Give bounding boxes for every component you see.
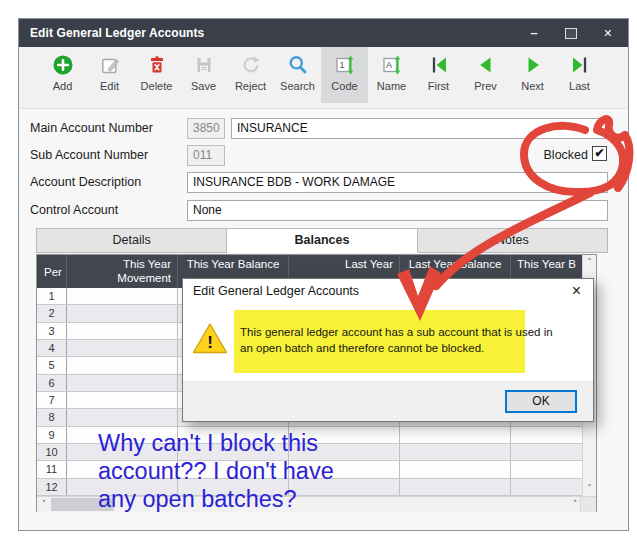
toolbar-label: Reject <box>227 80 274 92</box>
toolbar-label: Save <box>180 80 227 92</box>
scroll-up-icon[interactable]: ˄ <box>583 255 596 270</box>
cell-last-year-balance[interactable] <box>400 461 511 477</box>
row-number-cell: 3 <box>37 323 67 339</box>
cell-this-year-b[interactable] <box>511 479 582 495</box>
last-button[interactable]: Last <box>556 47 603 103</box>
dialog-footer: OK <box>183 381 593 421</box>
cell-this-year-movement[interactable] <box>67 479 178 495</box>
row-number-cell: 10 <box>37 444 67 460</box>
row-number-cell: 6 <box>37 375 67 391</box>
prev-button[interactable]: Prev <box>462 47 509 103</box>
close-button[interactable]: × <box>604 26 612 40</box>
table-row[interactable]: 10 <box>37 444 582 461</box>
cell-this-year-movement[interactable] <box>67 392 178 408</box>
cell-this-year-movement[interactable] <box>67 288 178 304</box>
cell-this-year-movement[interactable] <box>67 375 178 391</box>
cell-last-year[interactable] <box>289 444 400 460</box>
control-account-field[interactable]: None <box>187 200 608 221</box>
cell-last-year[interactable] <box>289 427 400 443</box>
delete-icon <box>145 53 169 77</box>
ok-button[interactable]: OK <box>505 390 577 413</box>
blocked-checkbox[interactable]: ✔ <box>592 146 607 161</box>
app-window: Edit General Ledger Accounts – × Add <box>18 18 629 531</box>
scroll-left-icon[interactable]: ˂ <box>37 497 51 512</box>
tab-notes[interactable]: Notes <box>418 228 608 253</box>
save-icon <box>192 53 216 77</box>
add-button[interactable]: Add <box>39 47 86 103</box>
search-button[interactable]: Search <box>274 47 321 103</box>
dialog-titlebar[interactable]: Edit General Ledger Accounts × <box>183 279 593 304</box>
table-row[interactable]: 12 <box>37 479 582 496</box>
main-account-name-field[interactable]: INSURANCE <box>231 118 608 139</box>
last-record-icon <box>568 53 592 77</box>
table-row[interactable]: 11 <box>37 461 582 478</box>
cell-this-year-movement[interactable] <box>67 461 178 477</box>
horizontal-scroll-thumb[interactable] <box>51 498 114 511</box>
horizontal-scrollbar[interactable]: ˂ ˃ <box>37 496 582 512</box>
cell-this-year-balance[interactable] <box>178 479 289 495</box>
cell-this-year-movement[interactable] <box>67 323 178 339</box>
maximize-button[interactable] <box>565 28 577 39</box>
cell-this-year-b[interactable] <box>511 461 582 477</box>
window-title: Edit General Ledger Accounts <box>19 26 204 40</box>
toolbar-label: Edit <box>86 80 133 92</box>
toolbar: Add Edit Delete <box>19 47 628 109</box>
cell-this-year-movement[interactable] <box>67 357 178 373</box>
cell-last-year-balance[interactable] <box>400 444 511 460</box>
cell-last-year-balance[interactable] <box>400 427 511 443</box>
scroll-down-icon[interactable]: ˅ <box>583 481 596 496</box>
minimize-button[interactable]: – <box>531 28 538 38</box>
cell-this-year-balance[interactable] <box>178 461 289 477</box>
toolbar-label: Delete <box>133 80 180 92</box>
cell-this-year-balance[interactable] <box>178 427 289 443</box>
search-icon <box>286 53 310 77</box>
row-number-cell: 5 <box>37 357 67 373</box>
main-account-code-field[interactable]: 3850 <box>187 118 225 139</box>
column-header-this-year-movement[interactable]: This Year Movement <box>67 255 178 288</box>
cell-this-year-movement[interactable] <box>67 427 178 443</box>
first-record-icon <box>427 53 451 77</box>
toolbar-label: First <box>415 80 462 92</box>
next-button[interactable]: Next <box>509 47 556 103</box>
cell-this-year-b[interactable] <box>511 427 582 443</box>
account-description-field[interactable]: INSURANCE BDB - WORK DAMAGE <box>187 172 608 193</box>
sub-account-code-field[interactable]: 011 <box>187 145 225 166</box>
column-header-per[interactable]: Per <box>37 255 67 288</box>
row-number-cell: 7 <box>37 392 67 408</box>
save-button[interactable]: Save <box>180 47 227 103</box>
cell-last-year-balance[interactable] <box>400 479 511 495</box>
cell-this-year-movement[interactable] <box>67 305 178 321</box>
cell-this-year-movement[interactable] <box>67 444 178 460</box>
cell-this-year-balance[interactable] <box>178 444 289 460</box>
code-button[interactable]: 1 Code <box>321 47 368 103</box>
cell-this-year-movement[interactable] <box>67 409 178 425</box>
account-description-label: Account Description <box>30 175 141 189</box>
toolbar-label: Code <box>321 80 368 92</box>
svg-text:1: 1 <box>339 60 344 70</box>
edit-icon <box>98 53 122 77</box>
main-account-number-label: Main Account Number <box>30 121 153 135</box>
table-row[interactable]: 9 <box>37 427 582 444</box>
first-button[interactable]: First <box>415 47 462 103</box>
dialog-title: Edit General Ledger Accounts <box>193 284 359 298</box>
reject-button[interactable]: Reject <box>227 47 274 103</box>
edit-button[interactable]: Edit <box>86 47 133 103</box>
add-icon <box>51 53 75 77</box>
row-number-cell: 4 <box>37 340 67 356</box>
name-button[interactable]: A Name <box>368 47 415 103</box>
cell-this-year-movement[interactable] <box>67 340 178 356</box>
dialog-close-icon[interactable]: × <box>572 282 581 300</box>
tab-details[interactable]: Details <box>36 228 227 253</box>
window-titlebar[interactable]: Edit General Ledger Accounts – × <box>19 19 628 47</box>
row-number-cell: 8 <box>37 409 67 425</box>
cell-this-year-b[interactable] <box>511 444 582 460</box>
control-account-label: Control Account <box>30 203 118 217</box>
tab-balances[interactable]: Balances <box>227 228 417 253</box>
cell-last-year[interactable] <box>289 479 400 495</box>
toolbar-label: Search <box>274 80 321 92</box>
toolbar-label: Next <box>509 80 556 92</box>
cell-last-year[interactable] <box>289 461 400 477</box>
row-number-cell: 9 <box>37 427 67 443</box>
row-number-cell: 11 <box>37 461 67 477</box>
delete-button[interactable]: Delete <box>133 47 180 103</box>
